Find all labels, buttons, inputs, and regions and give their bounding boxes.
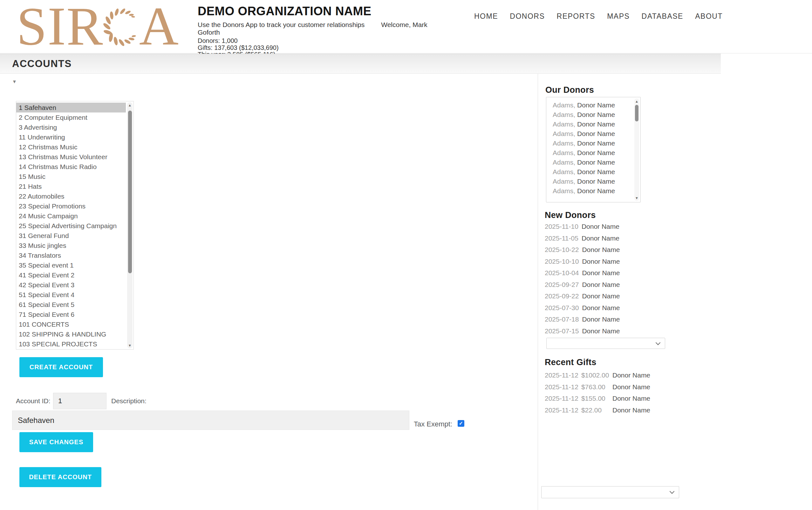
account-option[interactable]: 21 Hats [16, 181, 126, 191]
account-option[interactable]: 12 Christmas Music [16, 142, 126, 152]
account-option[interactable]: 14 Christmas Music Radio [16, 162, 126, 172]
account-option[interactable]: 35 Special event 1 [16, 260, 126, 270]
logo[interactable]: SIR [17, 0, 179, 53]
donor-list-item[interactable]: Adams, Donor Name [546, 119, 632, 129]
account-option[interactable]: 3 Advertising [16, 122, 126, 132]
recent-gift-item[interactable]: 2025-11-12$763.00Donor Name [545, 381, 685, 393]
donor-list-item[interactable]: Adams, Donor Name [546, 139, 632, 148]
scroll-up-arrow-icon[interactable]: ▲ [634, 99, 639, 104]
scroll-up-arrow-icon[interactable]: ▲ [127, 102, 133, 108]
account-option[interactable]: 71 Special Event 6 [16, 309, 126, 319]
account-option[interactable]: 41 Special Event 2 [16, 270, 126, 280]
donor-name: Donor Name [612, 371, 650, 379]
donor-name: Donor Name [577, 140, 615, 147]
laurel-wreath-icon [102, 3, 144, 48]
nav-item[interactable]: DONORS [510, 12, 545, 21]
new-donors-title: New Donors [545, 210, 596, 220]
collapse-caret-icon[interactable]: ▼ [12, 79, 17, 84]
new-donor-item[interactable]: 2025-09-22Donor Name [545, 291, 678, 302]
new-donor-item[interactable]: 2025-10-10Donor Name [545, 256, 678, 268]
account-option[interactable]: 104 SAVE [16, 349, 126, 350]
org-block: DEMO ORGANIZATION NAME Use the Donors Ap… [198, 4, 439, 58]
account-option[interactable]: 23 Special Promotions [16, 201, 126, 211]
donor-list-item[interactable]: Adams, Donor Name [546, 167, 632, 177]
new-donor-item[interactable]: 2025-07-18Donor Name [545, 313, 678, 325]
our-donors-scrollbar[interactable]: ▲ ▼ [634, 98, 639, 201]
donor-name: Donor Name [577, 130, 615, 137]
account-option[interactable]: 13 Christmas Music Volunteer [16, 152, 126, 162]
new-donor-item[interactable]: 2025-10-04Donor Name [545, 267, 678, 279]
new-donor-item[interactable]: 2025-07-30Donor Name [545, 302, 678, 314]
account-id-input[interactable] [53, 393, 107, 409]
donor-lastname: Adams, [553, 168, 575, 175]
nav-item[interactable]: DATABASE [642, 12, 683, 21]
recent-gifts-list: 2025-11-12$1002.00Donor Name 2025-11-12$… [545, 369, 685, 416]
donor-list-item[interactable]: Adams, Donor Name [546, 100, 632, 110]
account-option[interactable]: 15 Music [16, 172, 126, 181]
account-option[interactable]: 61 Special Event 5 [16, 300, 126, 309]
donor-name: Donor Name [577, 178, 615, 185]
account-option[interactable]: 31 General Fund [16, 231, 126, 241]
org-stat-line: Gifts: 137,603 ($12,033,690) [198, 44, 439, 52]
recent-gift-item[interactable]: 2025-11-12$22.00Donor Name [545, 404, 685, 416]
donor-list-item[interactable]: Adams, Donor Name [546, 158, 632, 167]
new-donors-select[interactable] [546, 338, 665, 349]
recent-gifts-select[interactable] [541, 486, 679, 498]
donor-list-item[interactable]: Adams, Donor Name [546, 177, 632, 186]
recent-gift-item[interactable]: 2025-11-12$1002.00Donor Name [545, 369, 685, 381]
tax-exempt-checkbox[interactable]: ✓ [458, 420, 464, 427]
account-option[interactable]: 34 Translators [16, 250, 126, 260]
donor-lastname: Adams, [553, 120, 575, 128]
accounts-listbox[interactable]: 1 Safehaven2 Computer Equipment3 Adverti… [16, 101, 134, 350]
donor-name: Donor Name [612, 407, 650, 414]
nav-item[interactable]: ABOUT [695, 12, 723, 21]
donor-name: Donor Name [582, 327, 620, 335]
donor-list-item[interactable]: Adams, Donor Name [546, 186, 632, 196]
chevron-down-icon [656, 340, 661, 345]
recent-gift-item[interactable]: 2025-11-12$155.00Donor Name [545, 393, 685, 404]
gift-amount: $155.00 [581, 395, 605, 402]
scroll-down-arrow-icon[interactable]: ▼ [127, 343, 133, 348]
donor-lastname: Adams, [553, 178, 575, 185]
account-option[interactable]: 51 Special Event 4 [16, 290, 126, 300]
scroll-down-arrow-icon[interactable]: ▼ [634, 196, 639, 201]
account-option[interactable]: 1 Safehaven [16, 102, 126, 113]
description-input[interactable] [12, 411, 409, 430]
nav-item[interactable]: HOME [474, 12, 498, 21]
nav-item[interactable]: MAPS [607, 12, 630, 21]
account-option[interactable]: 24 Music Campaign [16, 211, 126, 221]
new-donor-date: 2025-09-27 [545, 281, 579, 289]
new-donor-item[interactable]: 2025-11-05Donor Name [545, 233, 678, 244]
nav-item[interactable]: REPORTS [557, 12, 595, 21]
account-option[interactable]: 22 Automobiles [16, 191, 126, 201]
account-option[interactable]: 42 Special Event 3 [16, 280, 126, 290]
account-option[interactable]: 25 Special Advertising Campaign [16, 221, 126, 231]
account-option[interactable]: 102 SHIPPING & HANDLING [16, 329, 126, 339]
delete-account-button[interactable]: DELETE ACCOUNT [19, 467, 102, 487]
account-option[interactable]: 33 Music jingles [16, 241, 126, 250]
scrollbar-thumb[interactable] [635, 105, 638, 121]
new-donor-item[interactable]: 2025-10-22Donor Name [545, 244, 678, 256]
new-donor-date: 2025-07-15 [545, 327, 579, 335]
new-donor-date: 2025-11-10 [545, 223, 578, 230]
donor-list-item[interactable]: Adams, Donor Name [546, 148, 632, 158]
donor-list-item[interactable]: Adams, Donor Name [546, 110, 632, 119]
create-account-button[interactable]: CREATE ACCOUNT [19, 357, 103, 377]
account-option[interactable]: 2 Computer Equipment [16, 113, 126, 122]
check-icon: ✓ [459, 421, 463, 426]
save-changes-button[interactable]: SAVE CHANGES [19, 432, 93, 452]
new-donor-item[interactable]: 2025-11-10Donor Name [545, 221, 678, 233]
our-donors-listbox[interactable]: Adams, Donor Name Adams, Donor Name Adam… [546, 97, 641, 202]
new-donor-date: 2025-10-22 [545, 246, 579, 253]
new-donor-item[interactable]: 2025-07-15Donor Name [545, 325, 678, 337]
accounts-scrollbar[interactable]: ▲ ▼ [127, 102, 133, 348]
account-option[interactable]: 103 SPECIAL PROJECTS [16, 339, 126, 349]
account-option[interactable]: 11 Underwriting [16, 132, 126, 142]
donor-name: Donor Name [612, 383, 650, 391]
main-nav: HOMEDONORSREPORTSMAPSDATABASEABOUT [474, 12, 723, 21]
donor-list-item[interactable]: Adams, Donor Name [546, 129, 632, 139]
account-option[interactable]: 101 CONCERTS [16, 319, 126, 329]
scrollbar-thumb[interactable] [128, 111, 132, 273]
new-donor-item[interactable]: 2025-09-27Donor Name [545, 279, 678, 291]
donor-name: Donor Name [582, 292, 620, 300]
